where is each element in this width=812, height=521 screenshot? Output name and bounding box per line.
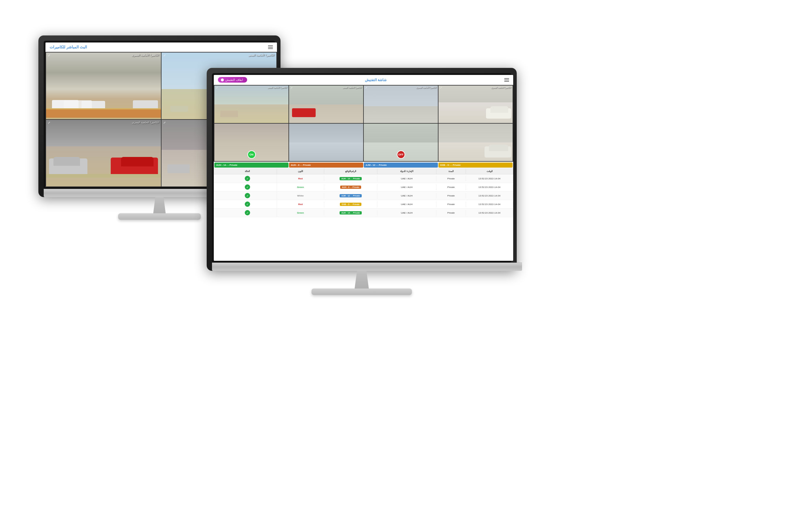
cam-label-3: الكاميرا الخلفية اليسرى — [132, 121, 159, 124]
check-icon-4: ✓ — [245, 202, 250, 207]
monitor-right-base — [312, 289, 412, 295]
plate-bar-3-text: AJM - 12 - - Private — [366, 164, 387, 166]
plate-bar-4-text: DXB - O - - Private — [440, 164, 461, 166]
app-right: شاشة التفتيش ايقاف التفتيش ⤢ الكام — [214, 75, 513, 261]
camera-grid-right: ⤢ الكاميرا الأمامية اليمنى ⤢ الكاميرا ال… — [214, 85, 513, 162]
rcam-cell-8 — [439, 123, 513, 161]
td-time-1: 2022-14-04 13:52:23 — [466, 176, 513, 181]
cam-expand-4[interactable]: ⤢ — [163, 121, 166, 124]
app-header-right: شاشة التفتيش ايقاف التفتيش — [214, 75, 513, 85]
th-category: المدة — [436, 168, 466, 174]
rcam-cell-7: OFF — [364, 123, 438, 161]
off-badge: OFF — [397, 151, 405, 159]
stop-btn-dot — [221, 78, 224, 82]
monitor-left-neck — [149, 197, 170, 213]
rcam-expand-2[interactable]: ⤢ — [291, 87, 293, 89]
check-icon-5: ✓ — [245, 210, 250, 216]
td-color-2: Green — [277, 184, 324, 190]
stop-btn-label: ايقاف التفتيش — [225, 78, 243, 82]
monitor-right-chin — [212, 263, 522, 271]
check-icon-3: ✓ — [245, 193, 250, 198]
td-plate-1: AUH - 14 - - Private — [324, 176, 377, 182]
plate-bar-row: AUH - 14 - - Private AUH - 8 - - Private… — [214, 162, 513, 168]
td-category-3: Private — [436, 193, 466, 199]
rcam-expand-4[interactable]: ⤢ — [440, 87, 442, 89]
td-time-3: 2022-14-04 13:52:23 — [466, 193, 513, 199]
table-row: 2022-14-04 13:52:23 Private UAE / AUH DX… — [214, 200, 513, 209]
check-icon-2: ✓ — [245, 184, 250, 190]
td-status-2: ✓ — [218, 183, 277, 191]
menu-icon-right[interactable] — [504, 78, 509, 82]
rcam-cell-1: ⤢ الكاميرا الأمامية اليمنى — [214, 86, 289, 123]
td-plate-5: AUH - 14 - - Private — [324, 210, 377, 216]
plate-bar-2: AUH - 8 - - Private — [289, 162, 363, 167]
rcam-cell-4: ⤢ الكاميرا الخلفية اليسرى — [439, 86, 513, 123]
td-time-4: 2022-14-04 13:52:23 — [466, 202, 513, 207]
cam-label-1: الكاميرا الأمامية اليسرى — [132, 54, 159, 56]
plate-bar-4: DXB - O - - Private — [439, 162, 513, 167]
rcam-cell-5: ON — [214, 123, 289, 161]
cam-cell-1: ⤢ الكاميرا الأمامية اليسرى — [46, 52, 161, 119]
monitor-right-outer: شاشة التفتيش ايقاف التفتيش ⤢ الكام — [207, 68, 517, 271]
th-emirate: الإمارة / الدولة — [377, 168, 436, 174]
table-row: 2022-14-04 13:52:23 Private UAE / AUH AJ… — [214, 191, 513, 200]
monitor-right-bezel: شاشة التفتيش ايقاف التفتيش ⤢ الكام — [212, 73, 511, 263]
monitor-right: شاشة التفتيش ايقاف التفتيش ⤢ الكام — [207, 68, 517, 295]
td-color-3: White — [277, 193, 324, 199]
td-category-2: Private — [436, 184, 466, 190]
menu-icon-left[interactable] — [268, 45, 273, 49]
cam-expand-3[interactable]: ⤢ — [48, 121, 50, 124]
monitor-right-neck — [350, 271, 373, 289]
plate-bar-1: AUH - 14 - - Private — [214, 162, 289, 167]
td-color-5: Green — [277, 210, 324, 216]
rcam-label-1: الكاميرا الأمامية اليمنى — [268, 87, 287, 89]
rcam-cell-3: ⤢ الكاميرا الأمامية اليسرى — [364, 86, 438, 123]
plate-bar-1-text: AUH - 14 - - Private — [216, 164, 237, 166]
td-emirate-4: UAE / AUH — [377, 202, 436, 207]
td-category-4: Private — [436, 202, 466, 207]
td-color-4: Red — [277, 202, 324, 207]
td-category-5: Private — [436, 210, 466, 216]
td-category-1: Private — [436, 176, 466, 181]
cam-label-2: الكاميرا الأمامية اليمنى — [248, 54, 275, 56]
app-header-left: البث المباشر للكاميرات — [45, 43, 277, 52]
rcam-label-4: الكاميرا الخلفية اليسرى — [491, 87, 511, 89]
cam-expand-1[interactable]: ⤢ — [48, 54, 50, 57]
td-status-1: ✓ — [218, 174, 277, 183]
th-status: الحالة — [218, 168, 277, 174]
th-time: الوقت — [466, 168, 513, 174]
table-header: الوقت المدة الإمارة / الدولة الرقم/الواق… — [214, 168, 513, 174]
table-row: 2022-14-04 13:52:23 Private UAE / AUH AU… — [214, 209, 513, 217]
table-section: الوقت المدة الإمارة / الدولة الرقم/الواق… — [214, 168, 513, 261]
table-row: 2022-14-04 13:52:23 Private UAE / AUH AU… — [214, 183, 513, 191]
td-color-1: Red — [277, 176, 324, 181]
check-icon-1: ✓ — [245, 176, 250, 181]
rcam-label-3: الكاميرا الأمامية اليسرى — [416, 87, 436, 89]
td-emirate-5: UAE / AUH — [377, 210, 436, 216]
cam-expand-2[interactable]: ⤢ — [163, 54, 166, 57]
stop-inspection-button[interactable]: ايقاف التفتيش — [218, 77, 247, 83]
td-time-2: 2022-14-04 13:52:23 — [466, 184, 513, 190]
monitor-right-screen: شاشة التفتيش ايقاف التفتيش ⤢ الكام — [214, 75, 513, 261]
rcam-cell-6 — [289, 123, 363, 161]
plate-bar-2-text: AUH - 8 - - Private — [291, 164, 311, 166]
cam-cell-3: ⤢ الكاميرا الخلفية اليسرى — [46, 120, 161, 186]
th-plate: الرقم/الواقع — [324, 168, 377, 174]
td-plate-4: DXB - O - - Private — [324, 201, 377, 207]
th-color: اللون — [277, 168, 324, 174]
monitor-left-base — [118, 213, 201, 220]
rcam-label-2: الكاميرا الخلفية اليمنى — [343, 87, 362, 89]
on-badge: ON — [248, 151, 256, 159]
td-emirate-1: UAE / AUH — [377, 176, 436, 181]
table-row: 2022-14-04 13:52:23 Private UAE / AUH AU… — [214, 174, 513, 183]
td-emirate-3: UAE / AUH — [377, 193, 436, 199]
td-status-4: ✓ — [218, 200, 277, 208]
rcam-cell-2: ⤢ الكاميرا الخلفية اليمنى — [289, 86, 363, 123]
td-status-5: ✓ — [218, 209, 277, 217]
td-plate-3: AJM - 12 - - Private — [324, 192, 377, 199]
app-title-left: البث المباشر للكاميرات — [49, 45, 87, 49]
td-time-5: 2022-14-04 13:52:23 — [466, 210, 513, 216]
rcam-expand-3[interactable]: ⤢ — [365, 87, 367, 89]
rcam-expand-1[interactable]: ⤢ — [216, 87, 218, 89]
td-emirate-2: UAE / AUH — [377, 184, 436, 190]
